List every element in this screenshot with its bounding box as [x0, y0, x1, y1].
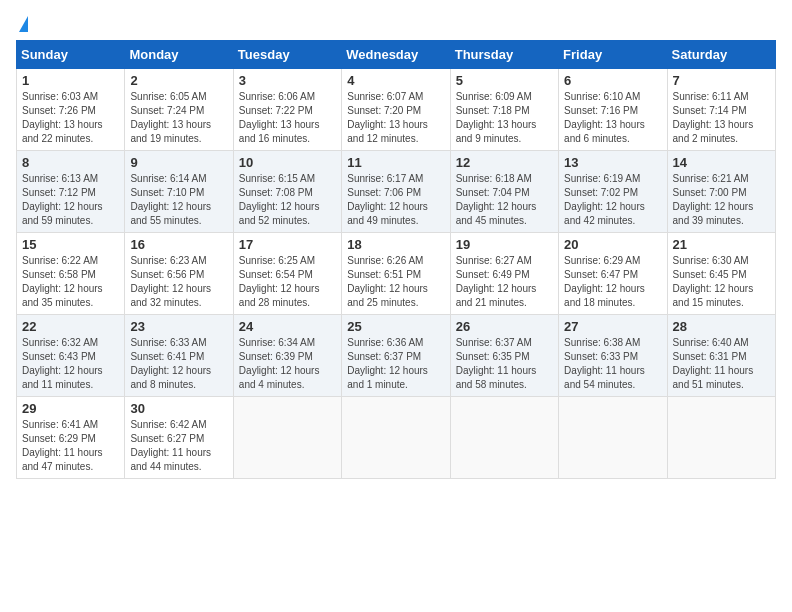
day-info: Sunrise: 6:34 AM Sunset: 6:39 PM Dayligh…	[239, 336, 336, 392]
calendar-header-monday: Monday	[125, 41, 233, 69]
calendar-header-thursday: Thursday	[450, 41, 558, 69]
day-info: Sunrise: 6:19 AM Sunset: 7:02 PM Dayligh…	[564, 172, 661, 228]
calendar-cell: 1Sunrise: 6:03 AM Sunset: 7:26 PM Daylig…	[17, 69, 125, 151]
calendar-header-sunday: Sunday	[17, 41, 125, 69]
calendar-header-row: SundayMondayTuesdayWednesdayThursdayFrid…	[17, 41, 776, 69]
calendar-cell	[233, 397, 341, 479]
calendar-header-saturday: Saturday	[667, 41, 775, 69]
calendar-cell: 19Sunrise: 6:27 AM Sunset: 6:49 PM Dayli…	[450, 233, 558, 315]
day-number: 10	[239, 155, 336, 170]
day-number: 17	[239, 237, 336, 252]
day-number: 9	[130, 155, 227, 170]
calendar-cell: 24Sunrise: 6:34 AM Sunset: 6:39 PM Dayli…	[233, 315, 341, 397]
day-info: Sunrise: 6:11 AM Sunset: 7:14 PM Dayligh…	[673, 90, 770, 146]
calendar-header-tuesday: Tuesday	[233, 41, 341, 69]
day-number: 20	[564, 237, 661, 252]
day-info: Sunrise: 6:33 AM Sunset: 6:41 PM Dayligh…	[130, 336, 227, 392]
calendar-cell: 21Sunrise: 6:30 AM Sunset: 6:45 PM Dayli…	[667, 233, 775, 315]
day-number: 30	[130, 401, 227, 416]
calendar-table: SundayMondayTuesdayWednesdayThursdayFrid…	[16, 40, 776, 479]
day-number: 5	[456, 73, 553, 88]
calendar-cell: 2Sunrise: 6:05 AM Sunset: 7:24 PM Daylig…	[125, 69, 233, 151]
day-number: 11	[347, 155, 444, 170]
day-number: 29	[22, 401, 119, 416]
calendar-cell: 12Sunrise: 6:18 AM Sunset: 7:04 PM Dayli…	[450, 151, 558, 233]
day-number: 26	[456, 319, 553, 334]
calendar-cell: 7Sunrise: 6:11 AM Sunset: 7:14 PM Daylig…	[667, 69, 775, 151]
calendar-cell: 30Sunrise: 6:42 AM Sunset: 6:27 PM Dayli…	[125, 397, 233, 479]
calendar-cell	[342, 397, 450, 479]
day-number: 15	[22, 237, 119, 252]
calendar-cell	[559, 397, 667, 479]
day-info: Sunrise: 6:25 AM Sunset: 6:54 PM Dayligh…	[239, 254, 336, 310]
day-info: Sunrise: 6:37 AM Sunset: 6:35 PM Dayligh…	[456, 336, 553, 392]
calendar-cell: 8Sunrise: 6:13 AM Sunset: 7:12 PM Daylig…	[17, 151, 125, 233]
day-number: 19	[456, 237, 553, 252]
day-info: Sunrise: 6:30 AM Sunset: 6:45 PM Dayligh…	[673, 254, 770, 310]
day-number: 3	[239, 73, 336, 88]
calendar-cell	[667, 397, 775, 479]
calendar-cell: 4Sunrise: 6:07 AM Sunset: 7:20 PM Daylig…	[342, 69, 450, 151]
calendar-cell	[450, 397, 558, 479]
day-info: Sunrise: 6:14 AM Sunset: 7:10 PM Dayligh…	[130, 172, 227, 228]
calendar-cell: 18Sunrise: 6:26 AM Sunset: 6:51 PM Dayli…	[342, 233, 450, 315]
day-info: Sunrise: 6:13 AM Sunset: 7:12 PM Dayligh…	[22, 172, 119, 228]
day-number: 6	[564, 73, 661, 88]
logo	[16, 16, 28, 32]
calendar-cell: 14Sunrise: 6:21 AM Sunset: 7:00 PM Dayli…	[667, 151, 775, 233]
calendar-cell: 13Sunrise: 6:19 AM Sunset: 7:02 PM Dayli…	[559, 151, 667, 233]
calendar-cell: 6Sunrise: 6:10 AM Sunset: 7:16 PM Daylig…	[559, 69, 667, 151]
day-info: Sunrise: 6:09 AM Sunset: 7:18 PM Dayligh…	[456, 90, 553, 146]
calendar-cell: 22Sunrise: 6:32 AM Sunset: 6:43 PM Dayli…	[17, 315, 125, 397]
calendar-cell: 23Sunrise: 6:33 AM Sunset: 6:41 PM Dayli…	[125, 315, 233, 397]
day-info: Sunrise: 6:21 AM Sunset: 7:00 PM Dayligh…	[673, 172, 770, 228]
calendar-week-1: 1Sunrise: 6:03 AM Sunset: 7:26 PM Daylig…	[17, 69, 776, 151]
day-number: 14	[673, 155, 770, 170]
calendar-cell: 28Sunrise: 6:40 AM Sunset: 6:31 PM Dayli…	[667, 315, 775, 397]
day-number: 24	[239, 319, 336, 334]
day-info: Sunrise: 6:36 AM Sunset: 6:37 PM Dayligh…	[347, 336, 444, 392]
day-info: Sunrise: 6:17 AM Sunset: 7:06 PM Dayligh…	[347, 172, 444, 228]
calendar-week-5: 29Sunrise: 6:41 AM Sunset: 6:29 PM Dayli…	[17, 397, 776, 479]
day-info: Sunrise: 6:22 AM Sunset: 6:58 PM Dayligh…	[22, 254, 119, 310]
calendar-week-3: 15Sunrise: 6:22 AM Sunset: 6:58 PM Dayli…	[17, 233, 776, 315]
calendar-cell: 17Sunrise: 6:25 AM Sunset: 6:54 PM Dayli…	[233, 233, 341, 315]
day-info: Sunrise: 6:18 AM Sunset: 7:04 PM Dayligh…	[456, 172, 553, 228]
day-info: Sunrise: 6:06 AM Sunset: 7:22 PM Dayligh…	[239, 90, 336, 146]
page-header	[16, 16, 776, 32]
day-info: Sunrise: 6:03 AM Sunset: 7:26 PM Dayligh…	[22, 90, 119, 146]
calendar-cell: 5Sunrise: 6:09 AM Sunset: 7:18 PM Daylig…	[450, 69, 558, 151]
calendar-cell: 27Sunrise: 6:38 AM Sunset: 6:33 PM Dayli…	[559, 315, 667, 397]
day-info: Sunrise: 6:32 AM Sunset: 6:43 PM Dayligh…	[22, 336, 119, 392]
day-info: Sunrise: 6:41 AM Sunset: 6:29 PM Dayligh…	[22, 418, 119, 474]
day-info: Sunrise: 6:38 AM Sunset: 6:33 PM Dayligh…	[564, 336, 661, 392]
day-number: 22	[22, 319, 119, 334]
calendar-cell: 20Sunrise: 6:29 AM Sunset: 6:47 PM Dayli…	[559, 233, 667, 315]
day-number: 1	[22, 73, 119, 88]
calendar-cell: 29Sunrise: 6:41 AM Sunset: 6:29 PM Dayli…	[17, 397, 125, 479]
day-info: Sunrise: 6:29 AM Sunset: 6:47 PM Dayligh…	[564, 254, 661, 310]
day-number: 23	[130, 319, 227, 334]
day-number: 25	[347, 319, 444, 334]
calendar-cell: 11Sunrise: 6:17 AM Sunset: 7:06 PM Dayli…	[342, 151, 450, 233]
logo-triangle-icon	[19, 16, 28, 32]
day-info: Sunrise: 6:27 AM Sunset: 6:49 PM Dayligh…	[456, 254, 553, 310]
day-number: 18	[347, 237, 444, 252]
calendar-cell: 9Sunrise: 6:14 AM Sunset: 7:10 PM Daylig…	[125, 151, 233, 233]
calendar-header-friday: Friday	[559, 41, 667, 69]
day-info: Sunrise: 6:40 AM Sunset: 6:31 PM Dayligh…	[673, 336, 770, 392]
calendar-header-wednesday: Wednesday	[342, 41, 450, 69]
day-info: Sunrise: 6:26 AM Sunset: 6:51 PM Dayligh…	[347, 254, 444, 310]
day-info: Sunrise: 6:10 AM Sunset: 7:16 PM Dayligh…	[564, 90, 661, 146]
day-number: 13	[564, 155, 661, 170]
day-number: 7	[673, 73, 770, 88]
day-number: 2	[130, 73, 227, 88]
day-number: 21	[673, 237, 770, 252]
day-info: Sunrise: 6:23 AM Sunset: 6:56 PM Dayligh…	[130, 254, 227, 310]
day-number: 28	[673, 319, 770, 334]
day-info: Sunrise: 6:07 AM Sunset: 7:20 PM Dayligh…	[347, 90, 444, 146]
calendar-cell: 16Sunrise: 6:23 AM Sunset: 6:56 PM Dayli…	[125, 233, 233, 315]
calendar-week-4: 22Sunrise: 6:32 AM Sunset: 6:43 PM Dayli…	[17, 315, 776, 397]
calendar-week-2: 8Sunrise: 6:13 AM Sunset: 7:12 PM Daylig…	[17, 151, 776, 233]
day-info: Sunrise: 6:15 AM Sunset: 7:08 PM Dayligh…	[239, 172, 336, 228]
